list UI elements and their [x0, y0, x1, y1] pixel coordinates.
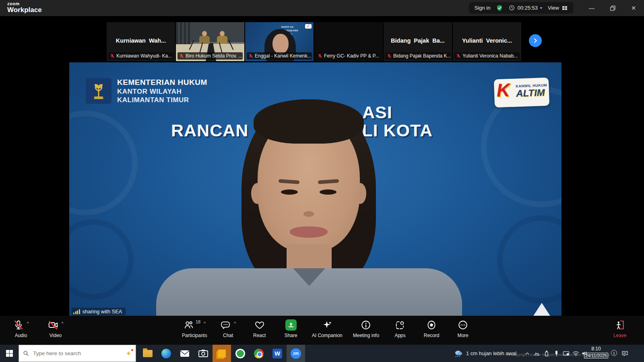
participant-label: Enggal - Kanwil Kemenk...: [247, 52, 312, 60]
chevron-down-icon[interactable]: ▾: [540, 6, 542, 10]
onedrive-icon[interactable]: [532, 345, 542, 362]
taskbar-search[interactable]: ✦: [19, 345, 136, 362]
participant-tile-kurniawan[interactable]: Kurniawan Wah... Kurniawan Wahyudi- Ka..…: [107, 22, 175, 61]
chevron-right-icon: [532, 37, 539, 44]
wifi-icon[interactable]: [571, 345, 580, 362]
audio-button[interactable]: ^ Audio: [10, 319, 31, 338]
kaltim-checkmark-icon: K: [496, 80, 510, 99]
green-app-icon[interactable]: [231, 345, 250, 362]
edge-browser-icon[interactable]: [157, 345, 175, 362]
more-button[interactable]: More: [452, 319, 473, 338]
chrome-icon[interactable]: [250, 345, 268, 362]
kanwil-hukum-kaltim-logo: K KANWIL HUKUM ALTIM: [494, 78, 549, 108]
main-speaker-video[interactable]: ASI RANCAN WALI KOTA KEMENTERIAN HUKUM K…: [69, 62, 561, 316]
security-shield-icon[interactable]: [496, 4, 503, 12]
word-icon[interactable]: W: [268, 345, 287, 362]
mail-icon[interactable]: [175, 345, 194, 362]
participant-tile-biro-hukum[interactable]: Biro Hukum Setda Prov. ...: [176, 22, 244, 61]
record-button[interactable]: Record: [421, 319, 442, 338]
kaltim-mini-logo: ✓: [305, 24, 312, 29]
share-button[interactable]: Share: [281, 319, 301, 338]
participant-tile-enggal[interactable]: RAPAT HA RANCANGAN PER KALIMA ✓ Enggal -…: [245, 22, 314, 61]
meeting-timer[interactable]: 00:25:53 ▾: [509, 5, 542, 11]
heart-icon: [254, 320, 265, 330]
window-controls: — ✕: [581, 0, 644, 16]
participant-label: Biro Hukum Setda Prov. ...: [178, 52, 243, 60]
weather-text: 1 cm hujan lebih awal: [466, 350, 516, 356]
participants-button[interactable]: 18 ^ Participants: [182, 319, 207, 338]
participant-center-name: Kurniawan Wah...: [107, 37, 175, 44]
zoom-app-icon[interactable]: zm: [287, 345, 305, 362]
more-label: More: [457, 333, 468, 338]
windows-taskbar: ✦ W zm 1 cm hujan lebih awal: [0, 345, 644, 362]
file-explorer-icon[interactable]: [138, 345, 157, 362]
video-label: Video: [50, 333, 62, 338]
ministry-region: KALIMANTAN TIMUR: [117, 96, 207, 104]
apps-button[interactable]: Apps: [390, 319, 411, 338]
ai-companion-button[interactable]: AI Companion: [312, 319, 343, 338]
photos-icon[interactable]: [194, 345, 213, 362]
leave-label: Leave: [613, 333, 627, 338]
sign-in-button[interactable]: Sign in: [475, 5, 491, 11]
zoom-workplace-logo: zoom Workplace: [7, 2, 42, 13]
participant-name-text: Biro Hukum Setda Prov. ...: [186, 53, 242, 59]
clock-time: 8:10: [583, 346, 609, 352]
notification-badge: 1: [611, 350, 617, 356]
taskbar-clock[interactable]: 8:10 24/11/2025: [583, 346, 609, 359]
muted-camera-icon: [48, 320, 58, 330]
rewards-star-icon[interactable]: ✦: [126, 350, 132, 357]
hidden-icons-chevron[interactable]: [522, 345, 532, 362]
participant-tile-ferry[interactable]: Ferry GC- Kadiv PP & P...: [314, 22, 383, 61]
chat-button[interactable]: ^ Chat: [218, 319, 239, 338]
meeting-info-button[interactable]: Meeting info: [353, 319, 379, 338]
participants-options-chevron[interactable]: ^: [204, 321, 206, 326]
video-options-chevron[interactable]: ^: [62, 321, 64, 326]
minimize-button[interactable]: —: [581, 0, 602, 16]
record-icon: [426, 320, 437, 330]
chat-options-chevron[interactable]: ^: [234, 321, 236, 326]
participant-tile-yulianti[interactable]: Yulianti Veronic... Yulianti Veronica Na…: [453, 22, 521, 61]
apps-icon: [395, 320, 405, 330]
sail-decoration: [533, 303, 551, 316]
powerpoint-icon[interactable]: [213, 345, 231, 362]
apps-label: Apps: [394, 333, 405, 338]
leave-button[interactable]: Leave: [609, 319, 630, 338]
next-participants-button[interactable]: [529, 34, 542, 47]
muted-mic-icon: [318, 53, 322, 58]
close-button[interactable]: ✕: [623, 0, 644, 16]
restore-button[interactable]: [602, 0, 623, 16]
leave-door-icon: [615, 320, 625, 330]
action-center-icon[interactable]: [620, 345, 630, 362]
ministry-office: KANTOR WILAYAH: [117, 87, 207, 96]
video-button[interactable]: ^ Video: [45, 319, 66, 338]
participant-name-text: Enggal - Kanwil Kemenk...: [255, 53, 312, 59]
react-button[interactable]: React: [249, 319, 270, 338]
participant-name-text: Yulianti Veronica Nabab...: [462, 53, 518, 59]
audio-options-chevron[interactable]: ^: [27, 321, 29, 326]
participants-count: 18: [196, 319, 200, 324]
meeting-info-label: Meeting info: [353, 333, 379, 338]
more-ellipsis-icon: [458, 320, 468, 330]
backdrop-title-line1: ASI: [362, 103, 392, 122]
sharing-status-text: sharing with SEA: [83, 309, 122, 315]
sparkle-icon: [322, 320, 332, 330]
chat-icon: [220, 320, 231, 330]
search-input[interactable]: [33, 350, 122, 356]
view-label: View: [548, 5, 559, 11]
participant-label: Ferry GC- Kadiv PP & P...: [316, 52, 381, 60]
meeting-toolbar: ^ Audio ^ Video 18 ^ Participants: [0, 316, 644, 345]
react-label: React: [253, 333, 266, 338]
display-icon[interactable]: [561, 345, 571, 362]
taskbar-weather[interactable]: 1 cm hujan lebih awal: [454, 345, 516, 362]
sharing-status-chip: sharing with SEA: [72, 308, 126, 315]
view-button[interactable]: View: [548, 5, 568, 11]
ministry-logo-block: KEMENTERIAN HUKUM KANTOR WILAYAH KALIMAN…: [86, 78, 207, 104]
start-button[interactable]: [0, 345, 19, 362]
audio-device-icon[interactable]: [551, 345, 561, 362]
share-screen-icon: [285, 319, 297, 331]
rain-cloud-icon: [454, 350, 463, 357]
participant-tile-bidang-pajak[interactable]: Bidang Pajak Ba... Bidang Pajak Bapenda …: [384, 22, 452, 61]
muted-mic-icon: [110, 53, 115, 58]
usb-device-icon[interactable]: [542, 345, 551, 362]
muted-mic-icon: [179, 53, 184, 58]
